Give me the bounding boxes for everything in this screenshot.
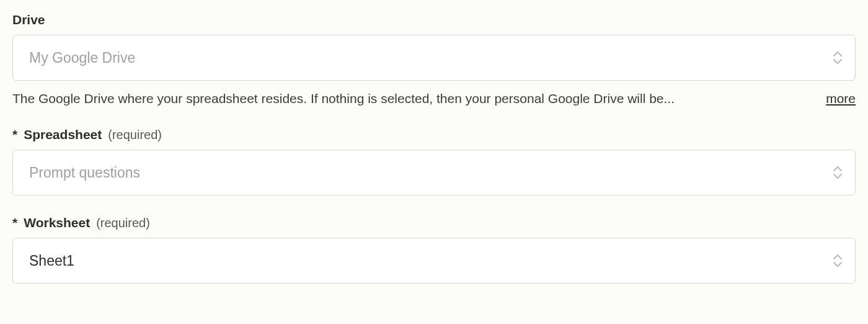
updown-icon bbox=[833, 254, 843, 268]
spreadsheet-select[interactable]: Prompt questions bbox=[12, 150, 856, 196]
worksheet-label-text: Worksheet bbox=[24, 215, 90, 230]
drive-more-link[interactable]: more bbox=[826, 91, 856, 106]
required-asterisk: * bbox=[12, 215, 17, 230]
worksheet-select-value: Sheet1 bbox=[29, 253, 74, 269]
drive-select[interactable]: My Google Drive bbox=[12, 35, 856, 81]
drive-label-text: Drive bbox=[12, 12, 45, 27]
worksheet-label: * Worksheet (required) bbox=[12, 215, 856, 230]
spreadsheet-field-group: * Spreadsheet (required) Prompt question… bbox=[12, 127, 856, 196]
worksheet-select[interactable]: Sheet1 bbox=[12, 238, 856, 284]
spreadsheet-label-text: Spreadsheet bbox=[24, 127, 102, 142]
drive-select-value: My Google Drive bbox=[29, 50, 135, 66]
required-asterisk: * bbox=[12, 127, 17, 142]
worksheet-required-text: (required) bbox=[96, 216, 150, 230]
updown-icon bbox=[833, 166, 843, 179]
updown-icon bbox=[833, 51, 843, 65]
spreadsheet-label: * Spreadsheet (required) bbox=[12, 127, 856, 142]
drive-label: Drive bbox=[12, 12, 856, 27]
drive-help-row: The Google Drive where your spreadsheet … bbox=[12, 89, 856, 107]
drive-help-text: The Google Drive where your spreadsheet … bbox=[12, 89, 807, 107]
drive-field-group: Drive My Google Drive The Google Drive w… bbox=[12, 12, 856, 107]
worksheet-field-group: * Worksheet (required) Sheet1 bbox=[12, 215, 856, 284]
spreadsheet-select-value: Prompt questions bbox=[29, 164, 140, 181]
spreadsheet-required-text: (required) bbox=[108, 128, 162, 142]
